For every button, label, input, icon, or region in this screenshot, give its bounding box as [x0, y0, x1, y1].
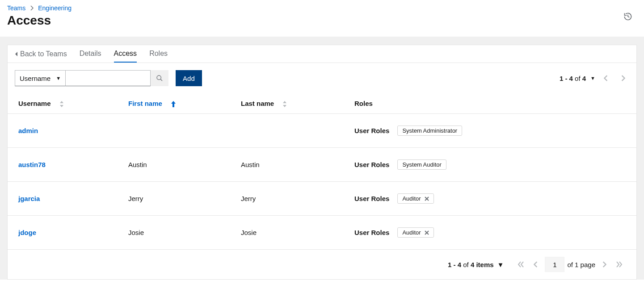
first-name-cell: Josie	[118, 216, 230, 250]
prev-page-button[interactable]	[600, 72, 612, 84]
role-name: System Auditor	[402, 161, 441, 168]
caret-left-icon	[15, 51, 18, 57]
caret-down-icon[interactable]: ▼	[497, 261, 504, 268]
filter-input[interactable]	[66, 70, 151, 86]
page-input[interactable]	[545, 257, 564, 272]
sort-arrows-icon	[283, 101, 286, 107]
last-name-cell	[230, 114, 344, 148]
role-name: System Administrator	[402, 127, 457, 134]
filter-field-label: Username	[20, 75, 51, 82]
breadcrumb-root[interactable]: Teams	[7, 4, 25, 12]
last-name-cell: Jerry	[230, 182, 344, 216]
first-name-cell	[118, 114, 230, 148]
col-last-name[interactable]: Last name	[230, 93, 344, 114]
last-name-cell: Josie	[230, 216, 344, 250]
history-icon[interactable]	[623, 12, 633, 21]
top-range: 1 - 4	[560, 75, 573, 82]
first-name-cell: Austin	[118, 148, 230, 182]
svg-line-1	[160, 79, 162, 81]
col-first-name-label: First name	[128, 100, 162, 107]
table-row: jgarciaJerryJerryUser RolesAuditor	[8, 182, 636, 216]
role-name: Auditor	[402, 195, 421, 202]
last-page-button[interactable]	[613, 258, 626, 271]
col-last-name-label: Last name	[241, 100, 274, 107]
tab-roles[interactable]: Roles	[149, 45, 168, 63]
table-row: adminUser RolesSystem Administrator	[8, 114, 636, 148]
col-first-name[interactable]: First name	[118, 93, 230, 114]
search-icon	[156, 75, 163, 82]
col-username[interactable]: Username	[8, 93, 118, 114]
last-name-cell: Austin	[230, 148, 344, 182]
content-card: Back to Teams Details Access Roles Usern…	[7, 45, 637, 280]
remove-role-icon[interactable]	[425, 230, 429, 235]
back-label: Back to Teams	[20, 50, 67, 58]
table-row: austin78AustinAustinUser RolesSystem Aud…	[8, 148, 636, 182]
bottom-range: 1 - 4	[448, 261, 461, 268]
role-chip: System Auditor	[397, 159, 446, 170]
bottom-of: of	[463, 261, 469, 268]
back-to-teams-link[interactable]: Back to Teams	[15, 50, 67, 58]
remove-role-icon[interactable]	[425, 197, 429, 201]
col-username-label: Username	[18, 100, 51, 107]
caret-down-icon[interactable]: ▼	[590, 75, 595, 81]
of-pages: of 1 page	[567, 261, 595, 268]
user-roles-label: User Roles	[354, 229, 389, 236]
users-table: Username First name Last name	[8, 93, 636, 250]
role-chip: Auditor	[397, 227, 434, 238]
user-roles-label: User Roles	[354, 195, 389, 202]
user-roles-label: User Roles	[354, 127, 389, 134]
caret-down-icon: ▼	[56, 75, 61, 81]
col-roles: Roles	[344, 93, 636, 114]
tab-details[interactable]: Details	[80, 45, 101, 63]
svg-point-0	[157, 75, 161, 80]
top-of: of	[575, 75, 581, 82]
username-link[interactable]: jgarcia	[18, 195, 40, 202]
page-title: Access	[7, 13, 637, 28]
next-page-button[interactable]	[598, 258, 610, 271]
top-total: 4	[582, 75, 586, 82]
search-button[interactable]	[151, 70, 168, 86]
tab-access[interactable]: Access	[114, 45, 137, 63]
bottom-total-items: 4 items	[471, 261, 494, 268]
breadcrumb-current[interactable]: Engineering	[38, 4, 72, 12]
breadcrumb: Teams Engineering	[7, 4, 637, 12]
username-link[interactable]: admin	[18, 127, 38, 134]
role-name: Auditor	[402, 229, 421, 236]
first-name-cell: Jerry	[118, 182, 230, 216]
user-roles-label: User Roles	[354, 161, 389, 168]
col-roles-label: Roles	[354, 100, 373, 107]
prev-page-button[interactable]	[530, 258, 542, 271]
username-link[interactable]: jdoge	[18, 229, 36, 236]
chevron-right-icon	[30, 5, 34, 11]
first-page-button[interactable]	[514, 258, 527, 271]
username-link[interactable]: austin78	[18, 161, 46, 168]
sort-arrows-icon	[60, 101, 63, 107]
sort-asc-icon	[171, 101, 176, 107]
add-button[interactable]: Add	[176, 70, 202, 86]
filter-field-select[interactable]: Username ▼	[15, 70, 66, 86]
role-chip: System Administrator	[397, 126, 462, 136]
top-pagination: 1 - 4 of 4 ▼	[560, 72, 629, 84]
tabs: Back to Teams Details Access Roles	[8, 45, 636, 63]
filter-group: Username ▼	[15, 70, 168, 86]
bottom-pagination: 1 - 4 of 4 items ▼ of 1 page	[8, 250, 636, 279]
next-page-button[interactable]	[617, 72, 629, 84]
role-chip: Auditor	[397, 193, 434, 204]
table-row: jdogeJosieJosieUser RolesAuditor	[8, 216, 636, 250]
toolbar: Username ▼ Add 1 - 4 of 4 ▼	[8, 63, 636, 93]
